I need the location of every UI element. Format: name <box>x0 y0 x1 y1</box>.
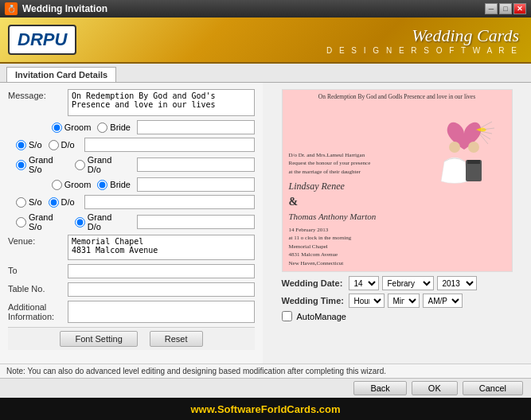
grand-do-input2[interactable] <box>137 215 255 229</box>
card-main-text: D/o Dr. and Mrs.Lameul Harrigan Request … <box>289 151 424 177</box>
form-area: Message: On Redemption By God and God's … <box>0 83 531 364</box>
do-label2: D/o <box>61 197 75 207</box>
to-label: To <box>8 264 68 275</box>
do-radio-input1[interactable] <box>49 140 59 150</box>
wedding-date-row: Wedding Date: 14 Febrary 2013 <box>282 276 513 290</box>
svg-point-1 <box>468 142 479 153</box>
cancel-button[interactable]: Cancel <box>463 381 523 395</box>
header: DRPU Wedding Cards D E S I G N E R S O F… <box>0 18 531 64</box>
grand-do-label1: Grand D/o <box>88 155 127 174</box>
to-row: To <box>8 264 255 278</box>
reset-button[interactable]: Reset <box>150 331 203 347</box>
wedding-date-year-select[interactable]: 2013 <box>437 276 477 290</box>
additional-info-label: Additional Information: <box>8 301 68 321</box>
venue-label: Venue: <box>8 235 68 246</box>
wedding-time-min-select[interactable]: Min <box>388 294 420 308</box>
grand-so-label2: Grand S/o <box>29 212 68 231</box>
groom-label2: Groom <box>64 180 92 189</box>
bride-label2: Bride <box>110 180 131 189</box>
form-buttons-row: Font Setting Reset <box>8 327 255 350</box>
do-radio-input2[interactable] <box>49 197 59 208</box>
designer-software-subtitle: D E S I G N E R S O F T W A R E <box>326 46 519 55</box>
footer: www.SoftwareForIdCards.com <box>0 398 531 420</box>
app-icon: 💍 <box>5 2 18 15</box>
wedding-time-ampm-select[interactable]: AM/PM <box>423 294 463 308</box>
so-do-row2: S/o D/o Dr. and Mrs.Lameul HarriganReque… <box>8 195 255 209</box>
groom-radio1[interactable] <box>52 122 62 133</box>
to-input[interactable] <box>68 264 255 278</box>
wedding-time-hour-select[interactable]: Hour <box>349 294 385 308</box>
grand-so-input1[interactable] <box>137 158 255 172</box>
svg-line-4 <box>480 122 492 128</box>
do-radio2: D/o <box>49 197 75 208</box>
so-input1[interactable] <box>84 138 255 152</box>
svg-rect-3 <box>467 160 480 164</box>
auto-manage-label: AutoManage <box>297 312 346 321</box>
wedding-time-label: Wedding Time: <box>282 296 346 305</box>
card-groom-name: Thomas Anthony Marton <box>289 210 424 224</box>
grand-do-radio-input1[interactable] <box>75 160 85 170</box>
grand-do-radio2: Grand D/o <box>75 212 127 231</box>
additional-info-input[interactable] <box>68 301 255 323</box>
auto-manage-checkbox[interactable] <box>282 311 292 321</box>
so-do-row1: S/o D/o <box>8 138 255 152</box>
groom-radio2[interactable] <box>52 180 62 190</box>
venue-input[interactable]: Memorial Chapel 4831 Malcom Avenue <box>68 235 255 260</box>
ok-button[interactable]: OK <box>412 381 458 395</box>
wedding-date-day-select[interactable]: 14 <box>349 276 379 290</box>
wedding-date-label: Wedding Date: <box>282 278 346 288</box>
grand-do-radio-input2[interactable] <box>75 217 85 228</box>
message-row: Message: On Redemption By God and God's … <box>8 89 255 116</box>
so-label1: S/o <box>29 140 42 150</box>
card-couple-image <box>424 106 504 209</box>
bride-name-input[interactable]: Lindsay Renee <box>137 177 255 192</box>
footer-url: www.SoftwareForIdCards.com <box>190 403 340 415</box>
wedding-time-row: Wedding Time: Hour Min AM/PM <box>282 294 513 308</box>
so-radio-input1[interactable] <box>16 140 26 150</box>
table-no-input[interactable] <box>68 282 255 297</box>
maximize-button[interactable]: □ <box>499 3 512 14</box>
grand-do-radio1: Grand D/o <box>75 155 127 174</box>
close-button[interactable]: ✕ <box>513 3 526 14</box>
bride-label1: Bride <box>110 122 131 132</box>
grand-so-label1: Grand S/o <box>29 155 68 174</box>
grand-so-radio-input2[interactable] <box>16 217 26 228</box>
logo: DRPU <box>8 25 76 55</box>
card-ampersand: & <box>289 193 424 210</box>
card-bride-name: Lindsay Renee <box>289 179 424 193</box>
bride-radio-group1: Bride <box>97 122 131 133</box>
tab-area: Invitation Card Details <box>0 64 531 83</box>
do-input2[interactable]: Dr. and Mrs.Lameul HarriganRequest the <box>84 195 255 209</box>
groom-label1: Groom <box>64 122 92 132</box>
minimize-button[interactable]: ─ <box>485 3 498 14</box>
card-preview: On Redemption By God and Godls Presence … <box>282 89 513 272</box>
grand-so-radio1: Grand S/o <box>16 155 68 174</box>
table-no-row: Table No. <box>8 282 255 297</box>
bride-radio1[interactable] <box>97 122 107 133</box>
window-controls: ─ □ ✕ <box>485 3 526 14</box>
so-label2: S/o <box>29 197 42 207</box>
note-bar: Note: You can also do advanced level edi… <box>0 364 531 378</box>
font-setting-button[interactable]: Font Setting <box>60 331 137 347</box>
wedding-date-month-select[interactable]: Febrary <box>382 276 434 290</box>
additional-info-row: Additional Information: <box>8 301 255 323</box>
bride-radio-group2: Bride <box>97 180 131 190</box>
title-bar-text: Wedding Invitation <box>22 3 107 14</box>
tab-invitation-card-details[interactable]: Invitation Card Details <box>6 67 116 82</box>
grand-do-label2: Grand D/o <box>88 212 127 231</box>
message-input[interactable]: On Redemption By God and God's Presence … <box>68 89 255 116</box>
svg-line-6 <box>480 131 492 134</box>
grand-so-do-row2: Grand S/o Grand D/o <box>8 212 255 231</box>
card-top-text: On Redemption By God and Godls Presence … <box>287 93 507 102</box>
so-radio-input2[interactable] <box>16 197 26 208</box>
card-date-text: 14 February 2013 at 11 o clock in the mo… <box>289 226 424 268</box>
bride-radio2[interactable] <box>97 180 107 190</box>
back-button[interactable]: Back <box>353 381 406 395</box>
groom-radio-group1: Groom <box>52 122 92 133</box>
groom-name-input[interactable]: Thomas Anthnoy Marton <box>137 120 255 134</box>
card-bottom-text: D/o Dr. and Mrs.Lameul Harrigan Request … <box>289 151 424 268</box>
groom-bride-row2: Groom Bride Lindsay Renee <box>8 177 255 192</box>
grand-so-radio-input1[interactable] <box>16 160 26 170</box>
so-radio1: S/o <box>16 140 42 150</box>
header-title: Wedding Cards D E S I G N E R S O F T W … <box>326 25 519 55</box>
